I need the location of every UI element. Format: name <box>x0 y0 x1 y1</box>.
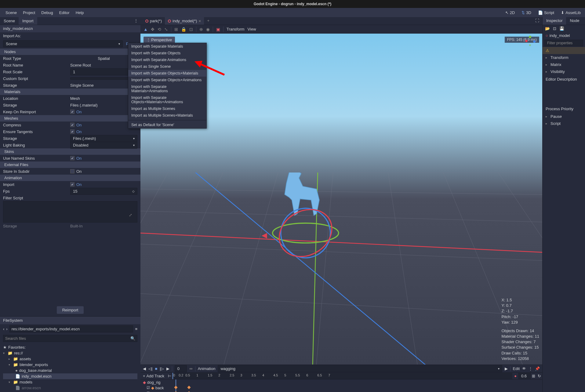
store-subdir-checkbox[interactable]: On <box>70 169 137 174</box>
scale-mode-icon[interactable]: ⤡ <box>164 27 168 32</box>
storage-materials-value[interactable]: Files (.material) <box>70 103 137 107</box>
preset-set-default[interactable]: Set as Default for 'Scene' <box>128 122 206 128</box>
menu-project[interactable]: Project <box>20 9 38 17</box>
workspace-script[interactable]: 📄 Script <box>536 9 556 16</box>
compress-checkbox[interactable]: ✔On <box>70 123 137 127</box>
preset-separate-materials-animations[interactable]: Import with Separate Materials+Animation… <box>128 83 206 94</box>
filesystem-search[interactable]: Search files 🔍 <box>3 335 137 342</box>
group-icon[interactable]: ⊡ <box>189 27 193 32</box>
storage-meshes-select[interactable]: Files (.mesh)▾ <box>70 135 137 142</box>
menu-scene[interactable]: Scene <box>2 9 20 17</box>
anim-play-back-icon[interactable]: |▷ <box>160 366 164 371</box>
use-named-skins-checkbox[interactable]: ✔On <box>70 156 137 161</box>
storage-nodes-value[interactable]: Single Scene <box>70 83 137 88</box>
fs-root[interactable]: ▾📁 res:// <box>3 350 137 356</box>
nav-back-icon[interactable]: ‹ <box>3 327 4 331</box>
close-tab-icon[interactable]: × <box>198 19 201 24</box>
anim-track-back001[interactable]: ☑ ◆ back.001 <box>140 390 542 392</box>
insp-script[interactable]: ▸Script <box>543 120 585 127</box>
fs-folder-blender-exports[interactable]: ▾📁 blender_exports <box>3 362 137 368</box>
transform-menu[interactable]: Transform <box>227 27 245 31</box>
preset-separate-objects-materials[interactable]: Import with Separate Objects+Materials <box>128 70 206 77</box>
warning-icon[interactable]: ⚠ <box>543 47 585 54</box>
scene-tab-park[interactable]: park(*) <box>142 17 165 25</box>
record-icon[interactable]: ● <box>512 374 518 378</box>
light-baking-select[interactable]: Disabled▾ <box>70 142 137 149</box>
anim-play-icon[interactable]: ▶ <box>166 366 169 371</box>
camera-icon[interactable]: ▣ <box>216 27 220 32</box>
keep-reimport-checkbox[interactable]: ✔On <box>70 110 137 114</box>
tab-node[interactable]: Node <box>566 17 583 25</box>
autoplay-icon[interactable]: ▶ <box>505 366 508 371</box>
filesystem-path[interactable]: res://blender_exports/indy_model.escn <box>9 325 133 332</box>
tab-import[interactable]: Import <box>19 17 37 25</box>
ensure-tangents-checkbox[interactable]: ✔On <box>70 129 137 134</box>
fs-folder-assets[interactable]: ▸📁 assets <box>3 356 137 362</box>
filter-properties-input[interactable]: Filter properties <box>544 40 583 46</box>
view-menu[interactable]: View <box>248 27 256 31</box>
timeline-ruler[interactable]: 0 0.2 0.5 1 1.5 2 2.5 3 3.5 4 4.5 5 5.5 … <box>173 373 512 379</box>
nav-forward-icon[interactable]: › <box>6 327 7 331</box>
resource-save-icon[interactable]: ⊡ <box>553 26 556 31</box>
select-mode-icon[interactable]: ▲ <box>144 27 148 32</box>
preset-separate-materials[interactable]: Import with Separate Materials <box>128 43 206 50</box>
fs-folder-models[interactable]: ▾📁 models <box>3 379 137 385</box>
edit-menu[interactable]: Edit <box>513 366 520 371</box>
preset-separate-animations[interactable]: Import with Separate Animations <box>128 56 206 63</box>
preset-multiple-scenes[interactable]: Import as Multiple Scenes <box>128 105 206 112</box>
panel-menu-icon[interactable]: ⋮ <box>132 17 140 25</box>
loop-icon[interactable]: ↻ <box>536 374 542 378</box>
viewport-gizmo[interactable] <box>524 35 536 48</box>
anim-track-back[interactable]: ☑ ◆ back <box>140 385 542 390</box>
snap-toggle-icon[interactable]: ⊞ <box>531 374 536 378</box>
snap-input[interactable]: 0.6 <box>518 372 531 379</box>
import-anim-checkbox[interactable]: ✔On <box>70 182 137 187</box>
distraction-free-icon[interactable]: ⛶ <box>532 17 542 25</box>
anim-pin-icon[interactable]: 📌 <box>535 366 540 371</box>
import-as-select[interactable]: Scene▾ <box>3 40 123 47</box>
menu-editor[interactable]: Editor <box>56 9 73 17</box>
eye-icon[interactable]: 👁 <box>522 366 526 371</box>
timeline-start-icon[interactable]: ⊢ <box>167 374 173 378</box>
tab-inspector[interactable]: Inspector <box>543 17 566 25</box>
local-space-icon[interactable]: ⊕ <box>199 27 203 32</box>
scene-tab-indy-model[interactable]: indy_model(*)× <box>165 17 204 25</box>
reimport-button[interactable]: Reimport <box>57 306 84 314</box>
snap-icon[interactable]: ⊞ <box>174 27 178 32</box>
anim-stop-icon[interactable]: ■ <box>155 366 157 371</box>
anim-frame-input[interactable]: 0 <box>175 365 187 372</box>
resource-save-as-icon[interactable]: 💾 <box>559 26 564 31</box>
anim-tools-icon[interactable]: ⋮ <box>529 366 532 371</box>
tab-scene[interactable]: Scene <box>0 17 19 25</box>
workspace-2d[interactable]: ↖ 2D <box>503 9 517 16</box>
storage-builtin-value[interactable]: Built-In <box>70 224 137 228</box>
preset-separate-objects-animations[interactable]: Import with Separate Objects+Animations <box>128 77 206 83</box>
location-value[interactable]: Mesh <box>70 96 137 101</box>
perspective-button[interactable]: ⋮ Perspective <box>144 37 175 43</box>
preset-separate-objects[interactable]: Import with Separate Objects <box>128 50 206 56</box>
view-mode-icon[interactable]: ≡ <box>135 327 137 331</box>
menu-help[interactable]: Help <box>73 9 87 17</box>
root-name-value[interactable]: Scene Root <box>70 63 137 67</box>
animation-menu[interactable]: Animation <box>198 366 216 371</box>
add-track-button[interactable]: + Add Track <box>140 374 167 378</box>
move-mode-icon[interactable]: ✥ <box>151 27 154 32</box>
insp-visibility[interactable]: ▸Visibility <box>543 68 585 75</box>
custom-script-input[interactable] <box>70 77 137 80</box>
workspace-3d[interactable]: ⇅ 3D <box>520 9 533 16</box>
insp-pause[interactable]: ▸Pause <box>543 113 585 120</box>
anim-prev-icon[interactable]: ◁| <box>148 366 152 371</box>
root-type-value[interactable]: Spatial <box>70 56 137 61</box>
preset-single-scene[interactable]: Import as Single Scene <box>128 63 206 70</box>
insp-matrix[interactable]: ▸Matrix <box>543 61 585 68</box>
fs-file-indy-model[interactable]: 📄 indy_model.escn <box>3 373 137 379</box>
anim-first-icon[interactable]: ◀ <box>143 366 146 371</box>
anim-rig-row[interactable]: ◆ dog_rig <box>140 379 542 385</box>
lock-icon[interactable]: 🔒 <box>181 27 186 32</box>
expand-icon[interactable]: ⤢ <box>129 213 132 217</box>
root-scale-input[interactable]: 1 <box>70 68 137 75</box>
insp-transform[interactable]: ▸Transform <box>543 54 585 61</box>
snap-object-icon[interactable]: ◉ <box>206 27 210 32</box>
workspace-assetlib[interactable]: ⬇ AssetLib <box>559 9 583 16</box>
animation-clip-select[interactable]: wagging▾ <box>218 365 502 372</box>
